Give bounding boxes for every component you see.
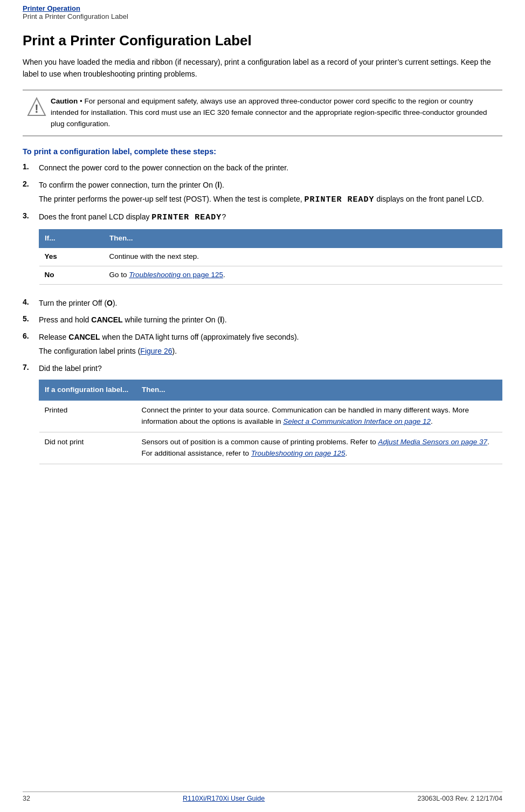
page-title: Print a Printer Configuration Label [23, 32, 502, 49]
breadcrumb: Printer Operation Print a Printer Config… [23, 0, 502, 23]
comm-interface-link[interactable]: Select a Communication Interface on page… [283, 417, 431, 425]
intro-text: When you have loaded the media and ribbo… [23, 57, 502, 80]
adjust-media-link[interactable]: Adjust Media Sensors on page 37 [378, 438, 487, 446]
step-num-6: 6. [23, 332, 39, 340]
footer-guide-link[interactable]: R110Xi/R170Xi User Guide [183, 795, 265, 802]
svg-text:!: ! [34, 102, 38, 115]
printer-ready-display-1: PRINTER READY [305, 195, 375, 204]
cancel-label-2: CANCEL [68, 333, 100, 341]
list-item: 2. To confirm the power connection, turn… [23, 180, 502, 206]
step-2-sub: The printer performs the power-up self t… [39, 194, 502, 206]
config-table: If a configuration label... Then... Prin… [39, 380, 502, 464]
steps-list: 1. Connect the power cord to the power c… [23, 162, 502, 472]
table1-row1-col2: Continue with the next step. [104, 247, 502, 266]
warning-triangle-icon: ! [27, 97, 46, 116]
step-2-content: To confirm the power connection, turn th… [39, 180, 502, 206]
cancel-label-1: CANCEL [91, 315, 122, 324]
troubleshooting-link-1[interactable]: Troubleshooting on page 125 [129, 271, 223, 279]
caution-icon: ! [23, 96, 51, 116]
list-item: 7. Did the label print? If a configurati… [23, 363, 502, 472]
table-row: Printed Connect the printer to your data… [39, 401, 502, 432]
decision-table-1: If... Then... Yes Continue with the next… [39, 229, 502, 285]
table1-header-then: Then... [104, 230, 502, 248]
table2-row1-col1: Printed [39, 401, 136, 432]
printer-ready-display-2: PRINTER READY [151, 213, 222, 222]
on-symbol: l [218, 181, 220, 189]
list-item: 3. Does the front panel LCD display PRIN… [23, 211, 502, 292]
troubleshooting-link-2[interactable]: Troubleshooting on page 125 [251, 449, 346, 457]
table2-row1-col2: Connect the printer to your data source.… [136, 401, 502, 432]
step-6-content: Release CANCEL when the DATA light turns… [39, 332, 502, 357]
step-4-content: Turn the printer Off (O). [39, 298, 502, 309]
caution-box: ! Caution • For personal and equipment s… [23, 90, 502, 136]
list-item: 1. Connect the power cord to the power c… [23, 162, 502, 174]
table-row: No Go to Troubleshooting on page 125. [39, 266, 502, 284]
step-5-content: Press and hold CANCEL while turning the … [39, 314, 502, 326]
step-3-content: Does the front panel LCD display PRINTER… [39, 211, 502, 292]
step-2-main: To confirm the power connection, turn th… [39, 180, 502, 191]
step-3-text: Does the front panel LCD display PRINTER… [39, 212, 226, 221]
step-7-content: Did the label print? If a configuration … [39, 363, 502, 472]
step-7-text: Did the label print? [39, 364, 102, 373]
table1-header-if: If... [39, 230, 104, 248]
list-item: 4. Turn the printer Off (O). [23, 298, 502, 309]
caution-body: • For personal and equipment safety, alw… [51, 97, 487, 128]
step-num-5: 5. [23, 314, 39, 323]
list-item: 6. Release CANCEL when the DATA light tu… [23, 332, 502, 357]
table2-row2-col1: Did not print [39, 432, 136, 464]
step-num-2: 2. [23, 180, 39, 188]
footer-page-num: 32 [23, 795, 30, 802]
step-5-text: Press and hold CANCEL while turning the … [39, 315, 227, 324]
breadcrumb-sub: Print a Printer Configuration Label [23, 12, 502, 20]
step-6-main: Release CANCEL when the DATA light turns… [39, 332, 502, 343]
on-symbol-2: l [220, 315, 222, 324]
table1-row2-col1: No [39, 266, 104, 284]
page-footer: 32 R110Xi/R170Xi User Guide 23063L-003 R… [23, 792, 502, 802]
step-num-1: 1. [23, 162, 39, 171]
steps-heading: To print a configuration label, complete… [23, 147, 502, 156]
step-num-4: 4. [23, 298, 39, 306]
table-row: Did not print Sensors out of position is… [39, 432, 502, 464]
off-symbol: O [107, 299, 113, 307]
step-6-sub: The configuration label prints (Figure 2… [39, 346, 502, 357]
breadcrumb-top: Printer Operation [23, 4, 502, 12]
table1-row1-col1: Yes [39, 247, 104, 266]
table1-row2-col2: Go to Troubleshooting on page 125. [104, 266, 502, 284]
table-row: Yes Continue with the next step. [39, 247, 502, 266]
step-num-3: 3. [23, 211, 39, 220]
table2-header-col2: Then... [136, 380, 502, 401]
list-item: 5. Press and hold CANCEL while turning t… [23, 314, 502, 326]
step-1-content: Connect the power cord to the power conn… [39, 162, 502, 174]
step-4-text: Turn the printer Off (O). [39, 299, 118, 307]
table2-row2-col2: Sensors out of position is a common caus… [136, 432, 502, 464]
caution-text: Caution • For personal and equipment saf… [51, 96, 502, 130]
footer-right: 23063L-003 Rev. 2 12/17/04 [417, 795, 502, 802]
step-1-text: Connect the power cord to the power conn… [39, 163, 288, 172]
table2-header-col1: If a configuration label... [39, 380, 136, 401]
figure26-link[interactable]: Figure 26 [140, 347, 172, 355]
footer-center: R110Xi/R170Xi User Guide [183, 795, 265, 802]
step-num-7: 7. [23, 363, 39, 371]
caution-label: Caution [51, 97, 78, 105]
